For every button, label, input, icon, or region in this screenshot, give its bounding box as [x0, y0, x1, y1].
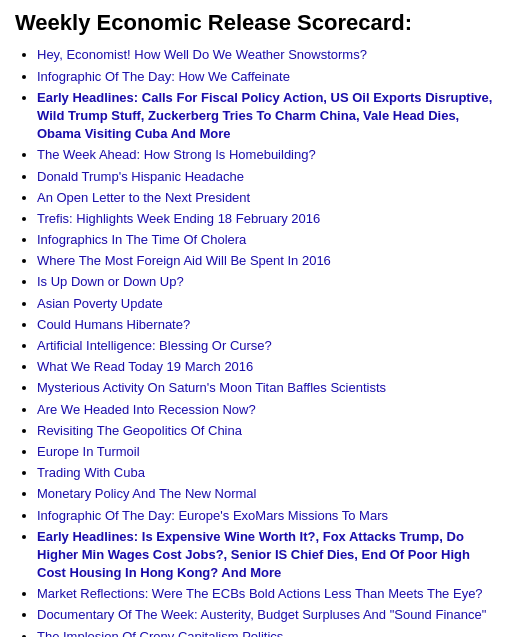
list-item: Donald Trump's Hispanic Headache: [37, 168, 494, 186]
article-link[interactable]: An Open Letter to the Next President: [37, 190, 250, 205]
article-link[interactable]: Early Headlines: Calls For Fiscal Policy…: [37, 90, 492, 141]
list-item: Mysterious Activity On Saturn's Moon Tit…: [37, 379, 494, 397]
list-item: Infographics In The Time Of Cholera: [37, 231, 494, 249]
list-item: Market Reflections: Were The ECBs Bold A…: [37, 585, 494, 603]
article-link[interactable]: Europe In Turmoil: [37, 444, 140, 459]
list-item: Europe In Turmoil: [37, 443, 494, 461]
article-link[interactable]: Mysterious Activity On Saturn's Moon Tit…: [37, 380, 386, 395]
article-link[interactable]: What We Read Today 19 March 2016: [37, 359, 253, 374]
article-link[interactable]: Early Headlines: Is Expensive Wine Worth…: [37, 529, 470, 580]
list-item: Are We Headed Into Recession Now?: [37, 401, 494, 419]
list-item: Documentary Of The Week: Austerity, Budg…: [37, 606, 494, 624]
list-item: An Open Letter to the Next President: [37, 189, 494, 207]
article-link[interactable]: Donald Trump's Hispanic Headache: [37, 169, 244, 184]
list-item: Where The Most Foreign Aid Will Be Spent…: [37, 252, 494, 270]
list-item: The Implosion Of Crony Capitalism Politi…: [37, 628, 494, 637]
list-item: Early Headlines: Is Expensive Wine Worth…: [37, 528, 494, 583]
page-title: Weekly Economic Release Scorecard:: [15, 10, 494, 36]
article-link[interactable]: Trading With Cuba: [37, 465, 145, 480]
article-list: Hey, Economist! How Well Do We Weather S…: [15, 46, 494, 637]
article-link[interactable]: Market Reflections: Were The ECBs Bold A…: [37, 586, 483, 601]
article-link[interactable]: Documentary Of The Week: Austerity, Budg…: [37, 607, 486, 622]
article-link[interactable]: Infographic Of The Day: How We Caffeinat…: [37, 69, 290, 84]
article-link[interactable]: Asian Poverty Update: [37, 296, 163, 311]
list-item: Infographic Of The Day: How We Caffeinat…: [37, 68, 494, 86]
list-item: Artificial Intelligence: Blessing Or Cur…: [37, 337, 494, 355]
article-link[interactable]: Hey, Economist! How Well Do We Weather S…: [37, 47, 367, 62]
article-link[interactable]: Infographics In The Time Of Cholera: [37, 232, 246, 247]
list-item: Is Up Down or Down Up?: [37, 273, 494, 291]
article-link[interactable]: Revisiting The Geopolitics Of China: [37, 423, 242, 438]
article-link[interactable]: Artificial Intelligence: Blessing Or Cur…: [37, 338, 272, 353]
list-item: Monetary Policy And The New Normal: [37, 485, 494, 503]
article-link[interactable]: Where The Most Foreign Aid Will Be Spent…: [37, 253, 331, 268]
article-link[interactable]: Is Up Down or Down Up?: [37, 274, 184, 289]
list-item: Early Headlines: Calls For Fiscal Policy…: [37, 89, 494, 144]
article-link[interactable]: Monetary Policy And The New Normal: [37, 486, 256, 501]
article-link[interactable]: Infographic Of The Day: Europe's ExoMars…: [37, 508, 388, 523]
list-item: Trefis: Highlights Week Ending 18 Februa…: [37, 210, 494, 228]
article-link[interactable]: Are We Headed Into Recession Now?: [37, 402, 256, 417]
list-item: Could Humans Hibernate?: [37, 316, 494, 334]
list-item: What We Read Today 19 March 2016: [37, 358, 494, 376]
list-item: Revisiting The Geopolitics Of China: [37, 422, 494, 440]
article-link[interactable]: The Week Ahead: How Strong Is Homebuildi…: [37, 147, 316, 162]
article-link[interactable]: Trefis: Highlights Week Ending 18 Februa…: [37, 211, 320, 226]
list-item: Trading With Cuba: [37, 464, 494, 482]
list-item: Infographic Of The Day: Europe's ExoMars…: [37, 507, 494, 525]
list-item: Hey, Economist! How Well Do We Weather S…: [37, 46, 494, 64]
list-item: Asian Poverty Update: [37, 295, 494, 313]
article-link[interactable]: Could Humans Hibernate?: [37, 317, 190, 332]
list-item: The Week Ahead: How Strong Is Homebuildi…: [37, 146, 494, 164]
article-link[interactable]: The Implosion Of Crony Capitalism Politi…: [37, 629, 283, 637]
